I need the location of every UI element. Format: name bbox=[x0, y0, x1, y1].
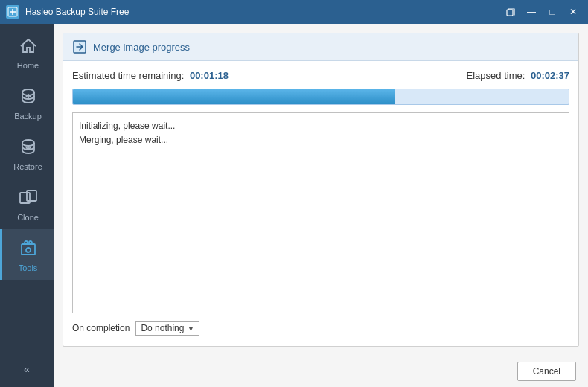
sidebar-label-restore: Restore bbox=[13, 162, 42, 171]
sidebar-item-restore[interactable]: Restore bbox=[0, 128, 54, 179]
completion-dropdown[interactable]: Do nothing ▼ bbox=[135, 321, 199, 336]
estimated-time-group: Estimated time remaining: 00:01:18 bbox=[72, 70, 229, 81]
app-icon bbox=[6, 5, 19, 19]
clone-icon bbox=[16, 186, 40, 210]
completion-label: On completion bbox=[72, 323, 130, 333]
cancel-button[interactable]: Cancel bbox=[517, 362, 576, 381]
sidebar-collapse-button[interactable]: « bbox=[18, 357, 36, 381]
dropdown-arrow-icon: ▼ bbox=[187, 324, 194, 333]
sidebar-label-clone: Clone bbox=[17, 213, 39, 222]
time-info-row: Estimated time remaining: 00:01:18 Elaps… bbox=[72, 70, 569, 81]
panel-body: Estimated time remaining: 00:01:18 Elaps… bbox=[63, 61, 578, 346]
svg-point-3 bbox=[22, 140, 34, 146]
sidebar-item-home[interactable]: Home bbox=[0, 27, 54, 77]
progress-fill bbox=[73, 89, 395, 104]
sidebar-item-tools[interactable]: Tools bbox=[0, 229, 54, 280]
sidebar: Home Backup Re bbox=[0, 24, 54, 387]
progress-label: 65% bbox=[73, 104, 569, 105]
log-line-1: Initializing, please wait... bbox=[79, 119, 563, 133]
completion-value: Do nothing bbox=[141, 323, 184, 333]
restore-icon bbox=[16, 135, 40, 159]
close-button[interactable]: ✕ bbox=[564, 4, 582, 19]
estimated-label: Estimated time remaining: bbox=[72, 70, 184, 81]
elapsed-time-group: Elapsed time: 00:02:37 bbox=[467, 70, 569, 81]
home-icon bbox=[16, 34, 40, 58]
panel-header: Merge image progress bbox=[63, 33, 578, 61]
sidebar-label-backup: Backup bbox=[14, 112, 42, 121]
elapsed-time-value: 00:02:37 bbox=[531, 70, 569, 81]
merge-icon bbox=[72, 39, 87, 54]
backup-icon bbox=[16, 85, 40, 109]
app-title: Hasleo Backup Suite Free bbox=[25, 7, 502, 17]
sidebar-item-backup[interactable]: Backup bbox=[0, 77, 54, 128]
sidebar-item-clone[interactable]: Clone bbox=[0, 179, 54, 229]
completion-row: On completion Do nothing ▼ bbox=[72, 321, 569, 337]
window-controls: — □ ✕ bbox=[502, 4, 582, 19]
sidebar-label-home: Home bbox=[17, 61, 39, 70]
title-bar: Hasleo Backup Suite Free — □ ✕ bbox=[0, 0, 588, 24]
content-area: Merge image progress Estimated time rema… bbox=[54, 24, 588, 387]
progress-panel: Merge image progress Estimated time rema… bbox=[63, 33, 579, 347]
sidebar-label-tools: Tools bbox=[19, 263, 38, 272]
svg-point-7 bbox=[26, 248, 31, 252]
estimated-time-value: 00:01:18 bbox=[190, 70, 229, 81]
progress-bar-container: 65% bbox=[72, 89, 569, 105]
elapsed-label: Elapsed time: bbox=[467, 70, 525, 81]
log-line-2: Merging, please wait... bbox=[79, 133, 563, 147]
tools-icon bbox=[16, 237, 40, 260]
maximize-button[interactable]: □ bbox=[543, 4, 561, 19]
log-box: Initializing, please wait... Merging, pl… bbox=[72, 112, 569, 313]
minimize-button[interactable]: — bbox=[523, 4, 540, 19]
bottom-bar: Cancel bbox=[54, 356, 588, 387]
svg-rect-1 bbox=[507, 10, 513, 16]
main-layout: Home Backup Re bbox=[0, 24, 588, 387]
restore-button[interactable] bbox=[502, 4, 520, 19]
panel-title: Merge image progress bbox=[93, 42, 190, 53]
